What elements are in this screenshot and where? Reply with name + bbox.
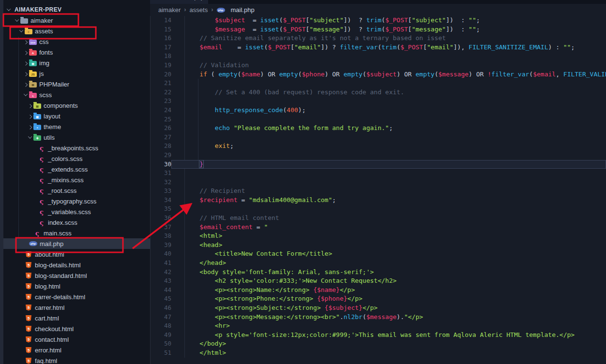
code-line-48[interactable]: 48 <hr> xyxy=(151,321,606,331)
breadcrumb-item-aimaker[interactable]: aimaker xyxy=(158,6,181,14)
chevron-right-icon[interactable] xyxy=(26,121,33,132)
tree-item-theme[interactable]: ◕theme xyxy=(0,121,150,132)
code-line-16[interactable]: 16 // Sanitize email separately as it's … xyxy=(151,34,606,43)
tree-item-blog-details-html[interactable]: 5blog-details.html xyxy=(0,260,150,270)
chevron-right-icon[interactable] xyxy=(22,79,29,89)
tree-item-layout[interactable]: ▦layout xyxy=(0,111,150,121)
code-line-34[interactable]: 34 $recipient = "mdsalim400@gmail.com"; xyxy=(151,196,606,205)
tree-item-scss[interactable]: ςscss xyxy=(0,89,150,100)
tree-item-img[interactable]: ▣img xyxy=(0,58,150,68)
code-line-46[interactable]: 46 <p><strong>Subject:</strong> {$subjec… xyxy=(151,304,606,313)
chevron-down-icon[interactable] xyxy=(26,132,33,143)
tree-item-aimaker[interactable]: aimaker xyxy=(0,15,150,26)
line-text: // Set a 400 (bad request) response code… xyxy=(171,88,606,97)
code-line-28[interactable]: 28 exit; xyxy=(151,142,606,151)
explorer-section-header[interactable]: AIMAKER-PREV xyxy=(0,4,150,15)
code-line-14[interactable]: 14 $subject = isset($_POST["subject"]) ?… xyxy=(151,16,606,25)
tree-item-blog-html[interactable]: 5blog.html xyxy=(0,281,150,291)
code-line-47[interactable]: 47 <p><strong>Message:</strong><br>".nl2… xyxy=(151,313,606,322)
chevron-down-icon[interactable] xyxy=(13,15,20,26)
chevron-right-icon[interactable] xyxy=(26,111,33,121)
code-line-45[interactable]: 45 <p><strong>Phone:</strong> {$phone}</… xyxy=(151,294,606,304)
code-line-33[interactable]: 33 // Recipient xyxy=(151,187,606,196)
tree-item-components[interactable]: ▤components xyxy=(0,100,150,111)
line-text: $recipient = "mdsalim400@gmail.com"; xyxy=(171,196,606,205)
code-line-36[interactable]: 36 // HTML email content xyxy=(151,214,606,223)
tree-item-about-html[interactable]: 5about.html xyxy=(0,249,150,260)
tree-item-contact-html[interactable]: 5contact.html xyxy=(0,334,150,345)
tree-item-utils[interactable]: ✚utils xyxy=(0,132,150,143)
sass-file-icon: ς xyxy=(38,219,45,226)
code-line-43[interactable]: 43 <h2 style='color:#333;'>New Contact R… xyxy=(151,277,606,286)
code-line-31[interactable]: 31 xyxy=(151,169,606,178)
code-line-32[interactable]: 32 xyxy=(151,178,606,187)
code-line-29[interactable]: 29 xyxy=(151,151,606,160)
tree-item--colors-scss[interactable]: ς_colors.scss xyxy=(0,153,150,164)
code-line-49[interactable]: 49 <p style='font-size:12px;color:#999;'… xyxy=(151,331,606,340)
code-line-21[interactable]: 21 xyxy=(151,79,606,88)
tree-item-checkout-html[interactable]: 5checkout.html xyxy=(0,323,150,334)
tree-item-index-scss[interactable]: ςindex.scss xyxy=(0,217,150,228)
tree-item--variables-scss[interactable]: ς_variables.scss xyxy=(0,206,150,217)
code-line-42[interactable]: 42 <body style='font-family: Arial, sans… xyxy=(151,268,606,277)
code-line-19[interactable]: 19 // Validation xyxy=(151,61,606,70)
code-line-20[interactable]: 20 if ( empty($name) OR empty($phone) OR… xyxy=(151,70,606,79)
chevron-right-icon[interactable] xyxy=(22,47,29,58)
code-line-15[interactable]: 15 $message = isset($_POST["message"]) ?… xyxy=(151,25,606,34)
folder-theme-icon: ◕ xyxy=(33,125,41,130)
breadcrumb-item-mailphp[interactable]: mail.php xyxy=(231,6,255,14)
tree-item--root-scss[interactable]: ς_root.scss xyxy=(0,185,150,196)
tree-item-mail-php[interactable]: phpmail.php xyxy=(0,238,150,249)
code-line-24[interactable]: 24 http_response_code(400); xyxy=(151,106,606,115)
tree-item--typography-scss[interactable]: ς_typography.scss xyxy=(0,196,150,206)
code-line-18[interactable]: 18 xyxy=(151,52,606,61)
tree-item-assets[interactable]: ≡assets xyxy=(0,26,150,36)
code-line-23[interactable]: 23 xyxy=(151,97,606,106)
folder-layout-icon: ▦ xyxy=(33,114,41,119)
tree-item--mixins-scss[interactable]: ς_mixins.scss xyxy=(0,175,150,185)
chevron-down-icon[interactable] xyxy=(22,89,29,100)
tree-item-carrer-html[interactable]: 5carrer.html xyxy=(0,302,150,313)
tree-item-cart-html[interactable]: 5cart.html xyxy=(0,313,150,323)
code-line-25[interactable]: 25 xyxy=(151,115,606,124)
tree-item-css[interactable]: csscss xyxy=(0,36,150,47)
tree-item-main-scss[interactable]: ςmain.scss xyxy=(0,228,150,238)
breadcrumb-item-assets[interactable]: assets xyxy=(190,6,208,14)
chevron-right-icon[interactable] xyxy=(22,36,29,47)
code-line-27[interactable]: 27 xyxy=(151,133,606,142)
tree-item-label: assets xyxy=(35,28,53,35)
code-line-38[interactable]: 38 <html> xyxy=(151,232,606,241)
tree-item-error-html[interactable]: 5error.html xyxy=(0,345,150,355)
chevron-right-icon[interactable] xyxy=(22,68,29,79)
vscode-window: { "colors":{"annotation_red":"#e31126","… xyxy=(0,0,606,364)
code-line-26[interactable]: 26 echo "Please complete the form and tr… xyxy=(151,124,606,133)
tree-item-blog-standard-html[interactable]: 5blog-standard.html xyxy=(0,270,150,281)
tab-mailphp[interactable]: phpmail.php xyxy=(150,0,208,4)
code-line-50[interactable]: 50 </body> xyxy=(151,339,606,349)
chevron-down-icon[interactable] xyxy=(17,26,25,36)
html-file-icon: 5 xyxy=(26,326,31,332)
tree-item-faq-html[interactable]: 5faq.html xyxy=(0,355,150,364)
code-line-17[interactable]: 17 $email = isset($_POST["email"]) ? fil… xyxy=(151,43,606,52)
code-line-51[interactable]: 51 </html> xyxy=(151,349,606,358)
code-line-37[interactable]: 37 $email_content = " xyxy=(151,223,606,232)
code-line-30[interactable]: 30 } xyxy=(151,160,606,169)
code-editor[interactable]: 14 $subject = isset($_POST["subject"]) ?… xyxy=(150,16,606,364)
chevron-right-icon[interactable] xyxy=(22,58,29,68)
chevron-right-icon[interactable] xyxy=(26,100,33,111)
tree-item-phpmailer[interactable]: ✉PHPMailer xyxy=(0,79,150,89)
tree-item-carrer-details-html[interactable]: 5carrer-details.html xyxy=(0,291,150,302)
folder-scss-icon: ς xyxy=(29,93,37,98)
code-line-44[interactable]: 44 <p><strong>Name:</strong> {$name}</p> xyxy=(151,286,606,295)
code-line-40[interactable]: 40 <title>New Contact Form</title> xyxy=(151,249,606,259)
tree-item--breakpoints-scss[interactable]: ς_breakpoints.scss xyxy=(0,143,150,153)
tree-item-fonts[interactable]: Afonts xyxy=(0,47,150,58)
tree-item-label: cart.html xyxy=(35,315,59,322)
code-line-22[interactable]: 22 // Set a 400 (bad request) response c… xyxy=(151,88,606,97)
code-line-41[interactable]: 41 </head> xyxy=(151,259,606,268)
chevron-down-icon[interactable] xyxy=(5,4,12,15)
tree-item-js[interactable]: JSjs xyxy=(0,68,150,79)
tree-item--extends-scss[interactable]: ς_extends.scss xyxy=(0,164,150,175)
code-line-35[interactable]: 35 xyxy=(151,204,606,214)
code-line-39[interactable]: 39 <head> xyxy=(151,241,606,250)
